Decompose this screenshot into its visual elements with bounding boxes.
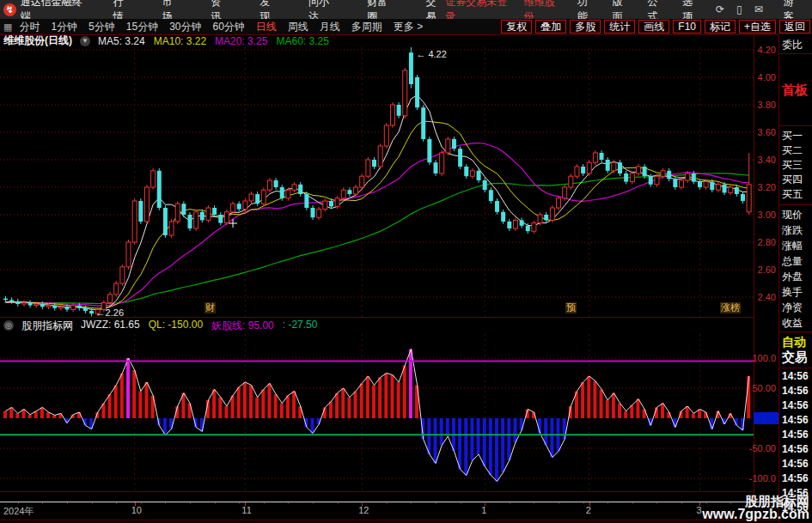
tool-button[interactable]: 叠加 <box>535 20 566 33</box>
chart-tool-buttons: 复权叠加多股统计画线F10标记+自选返回 <box>501 20 812 33</box>
mail-icon[interactable]: ✉ <box>754 3 763 15</box>
x-axis-label: 1 <box>481 505 486 515</box>
price-axis-label: 3.40 <box>753 155 776 165</box>
period-tab[interactable]: 1分钟 <box>51 20 77 34</box>
period-tab[interactable]: 月线 <box>320 20 340 34</box>
bid-row[interactable]: 买四 <box>782 173 803 187</box>
axis-tick <box>239 502 240 504</box>
tool-button[interactable]: 画线 <box>638 20 669 33</box>
chevron-down-icon[interactable]: ▼ <box>80 36 90 46</box>
axis-tick <box>42 502 43 504</box>
candlestick-chart-canvas[interactable]: ← 4.22←2.26 <box>0 47 754 318</box>
price-axis-label: 3.20 <box>753 182 776 192</box>
axis-tick <box>288 502 289 504</box>
period-tab[interactable]: 60分钟 <box>213 20 245 34</box>
tick-time: 14:56 <box>782 414 809 426</box>
tool-button[interactable]: 复权 <box>501 20 532 33</box>
tick-time: 14:56 <box>782 399 809 411</box>
axis-tick <box>510 502 510 504</box>
chart-title[interactable]: 维维股份(日线) <box>3 33 72 48</box>
ma-values: MA5: 3.24MA10: 3.22MA20: 3.25MA60: 3.25 <box>98 35 329 47</box>
quote-field-label: 外盘 <box>782 270 803 284</box>
tool-button[interactable]: F10 <box>673 20 701 33</box>
bid-row[interactable]: 买五 <box>782 187 803 202</box>
panel-separator <box>779 53 812 54</box>
chart-header: 维维股份(日线) ▼ MA5: 3.24MA10: 3.22MA20: 3.25… <box>0 34 757 47</box>
panel-separator <box>779 204 812 205</box>
axis-tick <box>730 502 731 504</box>
period-tab[interactable]: 日线 <box>256 20 277 34</box>
ad-chip[interactable]: 涨榜 <box>720 302 741 313</box>
axis-tick <box>362 502 363 504</box>
axis-tick <box>165 502 166 504</box>
axis-tick <box>461 502 461 504</box>
period-tab[interactable]: 5分钟 <box>89 20 115 34</box>
axis-tick <box>411 502 412 504</box>
x-axis-label: 2024年 <box>3 505 34 518</box>
ad-chip[interactable]: 财 <box>205 302 216 313</box>
tdx-logo-icon: ↯ <box>3 3 16 16</box>
quote-panel: 委比首板买一买二买三买四买五现价涨跌涨幅总量外盘换手净资收益自动交易14:561… <box>778 34 812 523</box>
axis-tick <box>141 502 142 504</box>
tool-button[interactable]: 统计 <box>604 20 635 33</box>
osc-bg <box>0 334 754 491</box>
period-toolbar: ▦ 分时1分钟5分钟15分钟30分钟60分钟日线周线月线多周期更多 > 复权叠加… <box>0 19 812 35</box>
oscillator-axis-label: -100.0 <box>747 473 776 483</box>
indicator-source: 股朋指标网 <box>21 319 73 333</box>
high-annotation: ← 4.22 <box>416 49 446 59</box>
quote-field-label: 净资 <box>782 301 803 315</box>
auto-trade-ad[interactable]: 自动 <box>782 335 806 350</box>
x-axis-label: 12 <box>358 505 369 515</box>
bid-row[interactable]: 买三 <box>782 158 803 173</box>
tool-button[interactable]: +自选 <box>739 20 776 33</box>
period-tab[interactable]: 15分钟 <box>126 20 158 34</box>
bid-row[interactable]: 买二 <box>782 143 803 158</box>
ma-value: MA5: 3.24 <box>98 35 145 47</box>
period-tab[interactable]: 多周期 <box>351 20 382 34</box>
tick-time: 14:56 <box>782 385 809 397</box>
axis-tick <box>681 502 682 504</box>
ad-text[interactable]: 首板 <box>782 82 808 99</box>
axis-tick <box>607 502 608 504</box>
axis-tick <box>338 502 339 504</box>
period-tab[interactable]: 30分钟 <box>169 20 201 34</box>
period-tabs: 分时1分钟5分钟15分钟30分钟60分钟日线周线月线多周期更多 > <box>19 20 423 34</box>
axis-tick <box>92 502 93 504</box>
oscillator-axis-label: 50.00 <box>747 383 776 393</box>
axis-tick <box>264 502 265 504</box>
refresh-icon[interactable]: ⟳ <box>716 3 724 15</box>
quote-field-label: 涨跌 <box>782 223 803 238</box>
period-tab[interactable]: 更多 > <box>394 20 423 34</box>
oscillator-chart-canvas[interactable] <box>0 334 754 491</box>
axis-tick <box>313 502 314 504</box>
oscillator-axis-label: 100.0 <box>747 353 776 363</box>
title-bar: ↯ 通达信金融终端 行情市场资讯发现问小达财富圈交易 证券交易未登录 维维股份 … <box>0 0 812 20</box>
bid-row[interactable]: 买一 <box>782 129 803 143</box>
price-axis-label: 4.00 <box>753 72 776 82</box>
tick-time: 14:56 <box>782 370 809 382</box>
x-axis-label: 10 <box>131 505 142 515</box>
ad-chip[interactable]: 预 <box>565 302 577 313</box>
period-tab[interactable]: 周线 <box>288 20 308 34</box>
tool-button[interactable]: 返回 <box>779 20 810 33</box>
tick-time: 14:56 <box>782 472 809 484</box>
axis-tick <box>190 502 191 504</box>
indicator-value: JWZZ: 61.65 <box>81 319 140 333</box>
quote-field-label: 涨幅 <box>782 239 803 253</box>
weibi-label: 委比 <box>782 38 803 52</box>
phone-icon[interactable]: ▯ <box>736 3 742 15</box>
axis-tick <box>656 502 657 504</box>
quote-field-label: 现价 <box>782 208 803 222</box>
tool-button[interactable]: 标记 <box>705 20 736 33</box>
tdx-terminal-window: ↯ 通达信金融终端 行情市场资讯发现问小达财富圈交易 证券交易未登录 维维股份 … <box>0 0 812 523</box>
tool-button[interactable]: 多股 <box>570 20 601 33</box>
price-axis-label: 3.00 <box>753 210 776 220</box>
auto-trade-ad[interactable]: 交易 <box>782 350 808 366</box>
price-axis-label: 2.80 <box>753 237 776 247</box>
indicator-dropdown-icon[interactable]: ◎ <box>3 320 14 331</box>
quote-field-label: 收益 <box>782 316 803 331</box>
period-tab[interactable]: 分时 <box>19 20 40 34</box>
axis-tick <box>245 502 246 506</box>
layout-grid-icon[interactable]: ▦ <box>3 21 12 33</box>
axis-tick <box>485 502 485 504</box>
